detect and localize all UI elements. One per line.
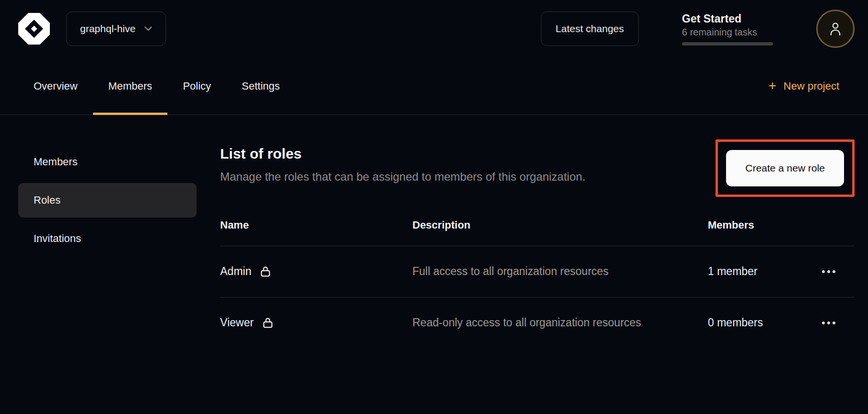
roles-panel: List of roles Manage the roles that can … — [201, 115, 868, 348]
latest-changes-button[interactable]: Latest changes — [541, 12, 639, 46]
get-started-title: Get Started — [682, 12, 773, 25]
column-header-name: Name — [220, 219, 412, 231]
org-name: graphql-hive — [80, 23, 136, 34]
header-right: Latest changes Get Started 6 remaining t… — [541, 10, 855, 48]
org-tab-bar: Overview Members Policy Settings + New p… — [0, 58, 868, 115]
sidebar-item-label: Invitations — [34, 232, 81, 245]
sidebar-item-label: Members — [34, 156, 78, 168]
plus-icon: + — [768, 79, 776, 92]
row-actions-menu-button[interactable] — [821, 317, 836, 329]
new-project-label: New project — [784, 80, 839, 92]
sidebar-item-members[interactable]: Members — [18, 145, 197, 179]
sidebar-item-invitations[interactable]: Invitations — [18, 221, 197, 256]
row-actions-menu-button[interactable] — [821, 265, 836, 278]
chevron-down-icon — [144, 26, 152, 31]
sidebar-item-roles[interactable]: Roles — [18, 183, 197, 218]
table-row-admin: Admin Full access to all organization re… — [220, 246, 855, 298]
role-name-cell: Viewer — [220, 316, 412, 330]
table-row-viewer: Viewer Read-only access to all organizat… — [220, 298, 855, 348]
page-content: Members Roles Invitations List of roles … — [0, 115, 868, 348]
lock-icon — [261, 316, 274, 330]
lock-icon — [259, 264, 272, 278]
ellipsis-icon — [822, 322, 825, 324]
top-header: graphql-hive Latest changes Get Started … — [0, 0, 868, 58]
role-name: Viewer — [220, 316, 254, 329]
column-header-members: Members — [708, 219, 821, 231]
tab-label: Policy — [183, 80, 211, 92]
tab-label: Settings — [242, 80, 280, 92]
role-name: Admin — [220, 265, 251, 278]
tab-settings[interactable]: Settings — [226, 58, 295, 115]
user-menu-button[interactable] — [816, 10, 855, 48]
role-members-count: 1 member — [708, 265, 758, 277]
annotation-highlight-box: Create a new role — [716, 139, 855, 197]
column-header-description: Description — [412, 219, 708, 231]
roles-heading-block: List of roles Manage the roles that can … — [220, 142, 586, 184]
tab-label: Overview — [34, 80, 78, 92]
get-started-progress-bar — [682, 42, 773, 46]
column-header-menu — [821, 219, 855, 231]
role-description: Full access to all organization resource… — [412, 263, 643, 281]
get-started-widget[interactable]: Get Started 6 remaining tasks — [682, 12, 773, 46]
ellipsis-icon — [822, 270, 825, 273]
user-avatar-icon — [827, 20, 844, 37]
tab-overview[interactable]: Overview — [18, 58, 93, 115]
tab-members[interactable]: Members — [93, 58, 168, 115]
get-started-subtitle: 6 remaining tasks — [682, 27, 773, 38]
role-description: Read-only access to all organization res… — [412, 314, 643, 332]
members-sidebar: Members Roles Invitations — [0, 115, 201, 348]
page-subtitle: Manage the roles that can be assigned to… — [220, 170, 586, 184]
new-project-link[interactable]: + New project — [768, 58, 839, 115]
table-header-row: Name Description Members — [220, 219, 855, 246]
org-selector[interactable]: graphql-hive — [66, 12, 166, 46]
roles-header: List of roles Manage the roles that can … — [220, 142, 855, 197]
create-role-button[interactable]: Create a new role — [726, 150, 844, 186]
page-title: List of roles — [220, 146, 586, 162]
hive-logo-icon — [17, 12, 51, 46]
tab-label: Members — [108, 80, 152, 92]
roles-table: Name Description Members Admin — [220, 219, 855, 348]
tab-policy[interactable]: Policy — [167, 58, 226, 115]
role-members-count: 0 members — [708, 316, 763, 329]
hive-logo[interactable] — [17, 12, 51, 46]
sidebar-item-label: Roles — [34, 194, 60, 207]
role-name-cell: Admin — [220, 264, 412, 278]
